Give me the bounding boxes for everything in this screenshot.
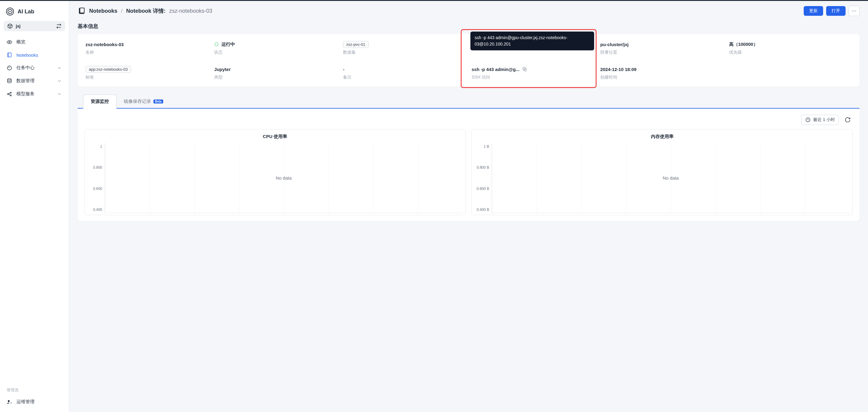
panel-toolbar: 最近 1 小时: [84, 115, 853, 125]
info-location: pu-cluster/jxj 部署位置: [600, 41, 723, 55]
svg-point-10: [852, 10, 853, 11]
ytick: 1 B: [484, 144, 489, 149]
chart-yaxis: 1 B 0.800 B 0.600 B 0.400 B: [475, 143, 492, 213]
tab-snapshot[interactable]: 镜像保存记录 Beta: [117, 95, 170, 108]
info-status-value: 运行中: [221, 41, 235, 47]
ytick: 0.800 B: [477, 165, 489, 170]
svg-point-3: [8, 79, 11, 80]
sidebar-item-notebooks[interactable]: Notebooks: [2, 49, 66, 61]
sidebar-item-tasks[interactable]: 任务中心: [2, 61, 66, 74]
chart-memory: 内存使用率 1 B 0.800 B 0.600 B 0.400 B No dat…: [471, 129, 853, 215]
info-priority-value: 高（100000）: [729, 41, 851, 48]
info-dataset-value[interactable]: zsz-pvc-01: [343, 41, 369, 48]
info-status-label: 状态: [214, 50, 337, 55]
info-created: 2024-12-10 18:09 创建时间: [600, 65, 723, 80]
info-priority-label: 优先级: [729, 50, 851, 55]
sidebar-item-ops[interactable]: 运维管理: [2, 395, 66, 408]
chart-plot-area: No data: [105, 143, 463, 213]
info-location-label: 部署位置: [600, 50, 723, 55]
book-icon: [78, 7, 86, 15]
more-button[interactable]: [848, 6, 860, 16]
breadcrumb-detail-label: Notebook 详情:: [126, 7, 165, 14]
update-button[interactable]: 更新: [804, 6, 823, 16]
time-range-select[interactable]: 最近 1 小时: [801, 115, 839, 125]
refresh-icon: [845, 117, 851, 123]
info-name-value: zsz-notebooks-03: [86, 41, 208, 48]
sidebar-item-label: 模型服务: [17, 91, 53, 97]
ytick: 0.400: [93, 207, 102, 212]
topbar: Notebooks / Notebook 详情: zsz-notebooks-0…: [69, 1, 868, 21]
cube-icon: [7, 23, 13, 29]
dots-icon: [851, 8, 857, 13]
breadcrumb-parent[interactable]: Notebooks: [89, 8, 117, 14]
ytick: 1: [100, 144, 102, 149]
info-priority: 高（100000） 优先级: [729, 41, 851, 55]
notebook-icon: [7, 52, 12, 58]
tab-label: 镜像保存记录: [124, 98, 151, 105]
sidebar-item-label: 任务中心: [17, 65, 53, 71]
open-button[interactable]: 打开: [826, 6, 845, 16]
info-ssh-label: SSH 访问: [472, 75, 594, 80]
chevron-down-icon: [57, 65, 62, 71]
svg-point-12: [855, 10, 856, 11]
ytick: 0.800: [93, 165, 102, 170]
brand-logo-icon: [6, 7, 14, 16]
user-wrench-icon: [7, 399, 12, 405]
topbar-actions: 更新 打开: [804, 6, 860, 16]
info-name: zsz-notebooks-03 名称: [86, 41, 208, 55]
status-running-icon: [214, 42, 219, 47]
sidebar-item-label: Notebooks: [17, 53, 62, 58]
nav: 概览 Notebooks 任务中心: [2, 35, 66, 100]
breadcrumb-separator: /: [121, 8, 123, 14]
svg-point-13: [215, 43, 218, 46]
brand-title: AI Lab: [18, 8, 34, 15]
ytick: 0.600 B: [477, 186, 489, 191]
chart-title: 内存使用率: [475, 134, 849, 140]
sidebar-item-label: 概览: [17, 39, 62, 45]
info-created-label: 创建时间: [600, 75, 723, 80]
info-status: 运行中 状态: [214, 41, 337, 55]
chevron-down-icon: [57, 91, 62, 97]
content: 基本信息 zsz-notebooks-03 名称 运行中: [69, 21, 868, 230]
sidebar-item-data[interactable]: 数据管理: [2, 74, 66, 87]
info-created-value: 2024-12-10 18:09: [600, 65, 723, 73]
info-remark: - 备注: [343, 65, 466, 80]
info-location-value: pu-cluster/jxj: [600, 41, 723, 48]
info-dataset-label: 数据集: [343, 50, 466, 55]
refresh-button[interactable]: [842, 115, 853, 125]
svg-point-0: [9, 41, 10, 43]
info-type-label: 类型: [214, 75, 337, 80]
info-dataset: zsz-pvc-01 数据集: [343, 41, 466, 55]
project-selector[interactable]: jxj: [4, 21, 65, 31]
info-type-value: Jupyter: [214, 65, 337, 73]
breadcrumb: Notebooks / Notebook 详情: zsz-notebooks-0…: [78, 7, 212, 15]
clock-icon: [805, 117, 811, 123]
sidebar-item-model[interactable]: 模型服务: [2, 87, 66, 100]
chart-plot-area: No data: [492, 143, 849, 213]
tab-monitor[interactable]: 资源监控: [83, 95, 117, 109]
info-remark-label: 备注: [343, 75, 466, 80]
info-tags-label: 标签: [86, 75, 208, 80]
main: Notebooks / Notebook 详情: zsz-notebooks-0…: [69, 1, 868, 412]
chart-cpu: CPU 使用率 1 0.800 0.600 0.400 No data: [84, 129, 466, 215]
info-ssh-value: ssh -p 443 admin@g...: [472, 67, 520, 72]
sidebar-item-label: 数据管理: [17, 78, 53, 84]
brand: AI Lab: [2, 4, 66, 21]
ssh-tooltip: ssh -p 443 admin@gpu-cluster.jxj.zsz-not…: [470, 32, 594, 50]
ytick: 0.400 B: [477, 207, 489, 212]
admin-nav: 运维管理: [2, 395, 66, 408]
chart-empty-text: No data: [276, 175, 292, 180]
info-tags-value[interactable]: app:zsz-notebooks-03: [86, 66, 131, 73]
copy-icon[interactable]: [522, 66, 527, 72]
svg-rect-1: [8, 53, 11, 57]
info-name-label: 名称: [86, 50, 208, 55]
chart-title: CPU 使用率: [88, 134, 463, 140]
eye-icon: [7, 39, 12, 45]
sidebar-item-overview[interactable]: 概览: [2, 35, 66, 49]
beta-badge: Beta: [153, 99, 163, 104]
svg-rect-8: [80, 8, 84, 13]
charts: CPU 使用率 1 0.800 0.600 0.400 No data: [84, 129, 853, 215]
swap-icon[interactable]: [56, 23, 62, 29]
svg-point-11: [854, 10, 855, 11]
ytick: 0.600: [93, 186, 102, 191]
